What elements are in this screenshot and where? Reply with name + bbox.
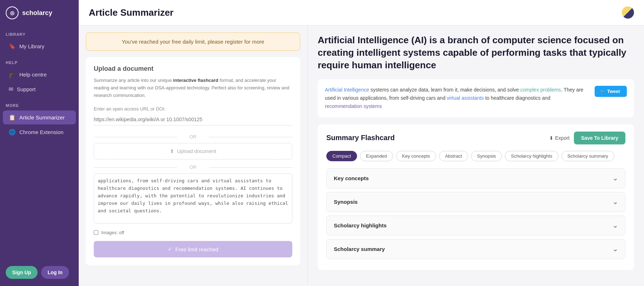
sign-up-button[interactable]: Sign Up	[6, 266, 38, 279]
logo-icon: ◎	[6, 6, 19, 19]
accordion-label-synopsis: Synopsis	[334, 199, 358, 205]
auth-buttons: Sign Up Log In	[0, 266, 79, 279]
upload-btn-label: Upload document	[177, 148, 216, 154]
clipboard-icon: 📋	[9, 114, 16, 121]
flashcard-title: Summary Flashcard	[326, 134, 395, 142]
sidebar-item-my-library[interactable]: 🔖 My Library	[3, 39, 76, 53]
sidebar-item-label: Chrome Extension	[19, 129, 63, 135]
flashcard-header: Summary Flashcard ⬇ Export Save To Libra…	[326, 132, 625, 144]
upload-document-button[interactable]: ⬆ Upload document	[94, 143, 292, 159]
sidebar-item-label: Help centre	[19, 72, 47, 78]
tab-scholarcy-highlights[interactable]: Scholarcy highlights	[505, 151, 558, 161]
bookmark-icon: 🔖	[9, 43, 16, 50]
tab-expanded[interactable]: Expanded	[360, 151, 393, 161]
document-textarea[interactable]	[94, 173, 292, 223]
sidebar-item-label: My Library	[19, 43, 44, 49]
sidebar-section-help: HELP 🎓 Help centre ✉ Support	[0, 54, 79, 97]
main-content: Article Summarizer You've reached your f…	[79, 0, 644, 286]
accordion-header-key-concepts[interactable]: Key concepts⌄	[327, 169, 625, 188]
url-input[interactable]	[94, 114, 292, 125]
url-label: Enter an open access URL or DOI:	[94, 106, 292, 112]
tweet-button[interactable]: 🐦 Tweet	[595, 86, 627, 97]
upload-desc: Summarize any article into our unique in…	[94, 77, 292, 99]
sidebar-item-article-summarizer[interactable]: 📋 Article Summarizer	[3, 110, 76, 124]
summary-excerpt-text: Artificial Intelligence systems can anal…	[325, 86, 589, 110]
section-label-library: LIBRARY	[0, 26, 79, 39]
accordion-scholarcy-summary: Scholarcy summary⌄	[326, 239, 625, 259]
sidebar-section-library: LIBRARY 🔖 My Library	[0, 26, 79, 54]
upload-desc-plain: Summarize any article into our unique	[94, 78, 173, 83]
upload-title: Upload a document	[94, 65, 292, 73]
excerpt-text1: systems can analyze data, learn from it,…	[369, 87, 521, 93]
export-label: Export	[555, 135, 570, 141]
excerpt-text3: to healthcare diagnostics and	[484, 95, 550, 101]
summary-excerpt-card: Artificial Intelligence systems can anal…	[318, 79, 634, 117]
export-button[interactable]: ⬇ Export	[549, 135, 570, 141]
tab-compact[interactable]: Compact	[326, 151, 357, 161]
accordions: Key concepts⌄Synopsis⌄Scholarcy highligh…	[326, 168, 625, 259]
save-to-library-button[interactable]: Save To Library	[574, 132, 625, 144]
checkmark-icon: ✓	[168, 246, 172, 252]
log-in-button[interactable]: Log In	[41, 266, 69, 279]
flashcard-actions: ⬇ Export Save To Library	[549, 132, 625, 144]
accordion-header-synopsis[interactable]: Synopsis⌄	[327, 192, 625, 212]
right-panel: Artificial Intelligence (AI) is a branch…	[308, 25, 644, 286]
link-artificial-intelligence[interactable]: Artificial Intelligence	[325, 87, 369, 93]
tweet-label: Tweet	[607, 89, 620, 94]
upload-icon: ⬆	[170, 148, 174, 154]
accordion-scholarcy-highlights: Scholarcy highlights⌄	[326, 216, 625, 236]
left-panel: You've reached your free daily limit, pl…	[79, 25, 308, 286]
upload-desc-bold: interactive flashcard	[173, 78, 218, 83]
link-virtual-assistants[interactable]: virtual assistants	[447, 95, 484, 101]
sidebar-item-label: Article Summarizer	[19, 114, 65, 120]
chevron-down-icon: ⌄	[613, 174, 618, 182]
upload-section: Upload a document Summarize any article …	[86, 57, 300, 265]
header: Article Summarizer	[79, 0, 644, 25]
accordion-synopsis: Synopsis⌄	[326, 192, 625, 212]
app-logo: ◎ scholarcy	[0, 0, 79, 26]
images-checkbox-row: Images: off	[94, 230, 292, 235]
accordion-key-concepts: Key concepts⌄	[326, 168, 625, 188]
accordion-label-key-concepts: Key concepts	[334, 175, 369, 181]
page-title: Article Summarizer	[89, 7, 174, 18]
accordion-header-scholarcy-summary[interactable]: Scholarcy summary⌄	[327, 240, 625, 259]
or-divider-2: OR	[94, 164, 292, 170]
sidebar-item-chrome-extension[interactable]: 🌐 Chrome Extension	[3, 125, 76, 139]
link-recommendation-systems[interactable]: recommendation systems	[325, 103, 382, 109]
free-limit-button: ✓ Free limit reached	[94, 241, 292, 257]
link-complex-problems[interactable]: complex problems	[520, 87, 561, 93]
sidebar-item-label: Support	[17, 86, 36, 92]
flashcard-section: Summary Flashcard ⬇ Export Save To Libra…	[318, 124, 634, 270]
tab-scholarcy-summary[interactable]: Scholarcy summary	[561, 151, 614, 161]
images-checkbox[interactable]	[94, 230, 98, 235]
images-label: Images: off	[101, 230, 124, 235]
mail-icon: ✉	[9, 86, 13, 93]
or-divider-1: OR	[94, 134, 292, 139]
alert-banner: You've reached your free daily limit, pl…	[86, 33, 300, 51]
section-label-help: HELP	[0, 54, 79, 67]
app-name: scholarcy	[22, 9, 52, 17]
sidebar: ◎ scholarcy LIBRARY 🔖 My Library HELP 🎓 …	[0, 0, 79, 286]
free-limit-label: Free limit reached	[175, 246, 218, 252]
tab-key-concepts[interactable]: Key concepts	[396, 151, 436, 161]
globe-icon: 🌐	[9, 129, 16, 135]
sidebar-item-help-centre[interactable]: 🎓 Help centre	[3, 68, 76, 82]
theme-toggle-button[interactable]	[622, 6, 634, 19]
sidebar-item-support[interactable]: ✉ Support	[3, 82, 76, 96]
article-headline: Artificial Intelligence (AI) is a branch…	[318, 34, 634, 72]
accordion-label-scholarcy-summary: Scholarcy summary	[334, 246, 385, 252]
tab-synopsis[interactable]: Synopsis	[471, 151, 502, 161]
accordion-label-scholarcy-highlights: Scholarcy highlights	[334, 222, 387, 228]
chevron-down-icon: ⌄	[613, 222, 618, 230]
tab-bar: CompactExpandedKey conceptsAbstractSynop…	[326, 151, 625, 161]
tab-abstract[interactable]: Abstract	[439, 151, 468, 161]
accordion-header-scholarcy-highlights[interactable]: Scholarcy highlights⌄	[327, 216, 625, 235]
graduation-icon: 🎓	[9, 71, 16, 78]
section-label-more: MORE	[0, 97, 79, 110]
chevron-down-icon: ⌄	[613, 198, 618, 206]
content-area: You've reached your free daily limit, pl…	[79, 25, 644, 286]
text-area-wrapper	[94, 173, 292, 225]
export-icon: ⬇	[549, 135, 553, 141]
chevron-down-icon: ⌄	[613, 245, 618, 253]
twitter-icon: 🐦	[600, 89, 605, 94]
